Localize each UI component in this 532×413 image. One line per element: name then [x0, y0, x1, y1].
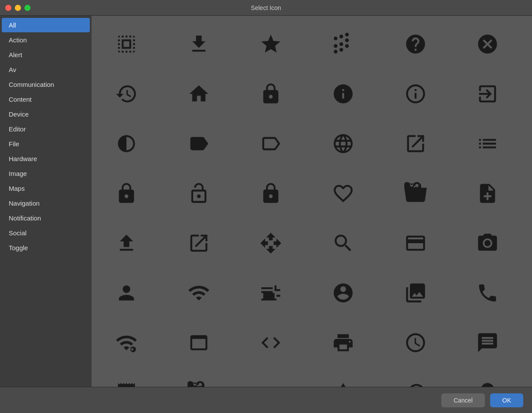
credit_card-icon-cell[interactable] — [385, 219, 446, 267]
signal-icon-cell[interactable] — [168, 269, 229, 317]
footer: Cancel OK — [0, 387, 532, 413]
call-icon-cell[interactable] — [457, 269, 518, 317]
label-icon-cell[interactable] — [240, 120, 301, 168]
new_file-icon-cell[interactable] — [385, 169, 446, 217]
sidebar-item-hardware[interactable]: Hardware — [2, 151, 90, 166]
search-icon-cell[interactable] — [313, 219, 374, 267]
main-content: AllActionAlertAvCommunicationContentDevi… — [0, 16, 532, 387]
sidebar-item-editor[interactable]: Editor — [2, 122, 90, 136]
contrast-icon-cell[interactable] — [96, 120, 157, 168]
list-icon-cell[interactable] — [457, 120, 518, 168]
web_asset-icon-cell[interactable] — [168, 319, 229, 367]
icon-grid-container[interactable] — [92, 16, 532, 387]
select_all-icon-cell[interactable] — [96, 20, 157, 68]
access_time-icon-cell[interactable] — [385, 319, 446, 367]
globe-icon-cell[interactable] — [313, 120, 374, 168]
open_new-icon-cell[interactable] — [385, 120, 446, 168]
download-icon-cell[interactable] — [168, 20, 229, 68]
close-button[interactable] — [5, 5, 11, 11]
window-controls — [5, 5, 31, 11]
gift-icon-cell[interactable] — [168, 368, 229, 387]
ok-button[interactable]: OK — [490, 393, 523, 407]
cancel-button[interactable]: Cancel — [441, 393, 485, 407]
restore-icon-cell[interactable] — [385, 368, 446, 387]
lock_open-icon-cell[interactable] — [168, 169, 229, 217]
sidebar-item-communication[interactable]: Communication — [2, 77, 90, 92]
window-title: Select Icon — [251, 4, 281, 11]
location-icon-cell[interactable] — [457, 368, 518, 387]
note_add-icon-cell[interactable] — [457, 169, 518, 217]
fav_border-icon-cell[interactable] — [313, 169, 374, 217]
info_outline-icon-cell[interactable] — [240, 269, 301, 317]
sidebar-item-action[interactable]: Action — [2, 33, 90, 47]
account_circle-icon-cell[interactable] — [313, 269, 374, 317]
wifi-icon-cell[interactable] — [96, 319, 157, 367]
chat-icon-cell[interactable] — [457, 319, 518, 367]
cancel_circle-icon-cell[interactable] — [457, 20, 518, 68]
sidebar-item-alert[interactable]: Alert — [2, 48, 90, 62]
title-bar: Select Icon — [0, 0, 532, 16]
code-icon-cell[interactable] — [240, 319, 301, 367]
info_filled-icon-cell[interactable] — [313, 70, 374, 118]
sidebar: AllActionAlertAvCommunicationContentDevi… — [0, 16, 92, 387]
sidebar-item-device[interactable]: Device — [2, 107, 90, 121]
sidebar-item-toggle[interactable]: Toggle — [2, 241, 90, 255]
minimize-button[interactable] — [15, 5, 21, 11]
icon-grid — [96, 20, 528, 387]
photo_library-icon-cell[interactable] — [385, 269, 446, 317]
sidebar-item-notification[interactable]: Notification — [2, 211, 90, 225]
menu-icon-cell[interactable] — [240, 368, 301, 387]
help_circle-icon-cell[interactable] — [385, 20, 446, 68]
sidebar-item-all[interactable]: All — [2, 18, 90, 32]
person-icon-cell[interactable] — [96, 269, 157, 317]
print-icon-cell[interactable] — [313, 319, 374, 367]
star-icon-cell[interactable] — [240, 20, 301, 68]
lock-icon-cell[interactable] — [240, 70, 301, 118]
lock2-icon-cell[interactable] — [96, 169, 157, 217]
move-icon-cell[interactable] — [240, 219, 301, 267]
upload-icon-cell[interactable] — [96, 219, 157, 267]
warning-icon-cell[interactable] — [313, 368, 374, 387]
label_filled-icon-cell[interactable] — [168, 120, 229, 168]
maximize-button[interactable] — [24, 5, 31, 11]
sidebar-item-maps[interactable]: Maps — [2, 181, 90, 196]
home-icon-cell[interactable] — [168, 70, 229, 118]
exit-icon-cell[interactable] — [457, 70, 518, 118]
sidebar-item-av[interactable]: Av — [2, 62, 90, 77]
sidebar-item-content[interactable]: Content — [2, 92, 90, 107]
apps-icon-cell[interactable] — [313, 20, 374, 68]
sidebar-item-image[interactable]: Image — [2, 166, 90, 181]
info-icon-cell[interactable] — [385, 70, 446, 118]
open_new2-icon-cell[interactable] — [168, 219, 229, 267]
lock3-icon-cell[interactable] — [240, 169, 301, 217]
receipt-icon-cell[interactable] — [96, 368, 157, 387]
sidebar-item-social[interactable]: Social — [2, 226, 90, 240]
sidebar-item-navigation[interactable]: Navigation — [2, 196, 90, 210]
sidebar-item-file[interactable]: File — [2, 137, 90, 151]
camera-icon-cell[interactable] — [457, 219, 518, 267]
history-icon-cell[interactable] — [96, 70, 157, 118]
